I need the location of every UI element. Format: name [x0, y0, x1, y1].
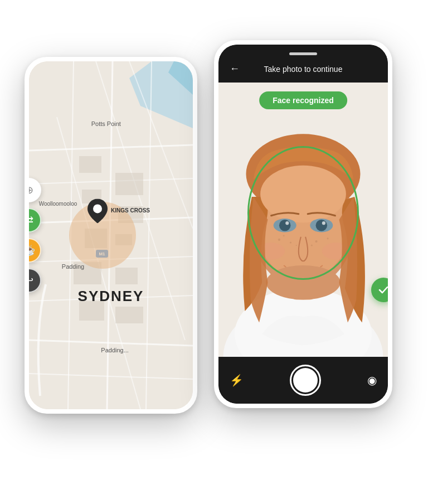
svg-rect-21	[115, 268, 138, 284]
camera-controls: ⚡ ◉	[218, 357, 388, 404]
location-pin	[87, 198, 108, 223]
compass-icon: ⊕	[25, 184, 33, 196]
svg-rect-23	[115, 307, 143, 323]
map-label-darlinghurst: Padding	[62, 263, 84, 270]
camera-header: ← Take photo to continue	[218, 55, 388, 83]
city-label-sydney: SYDNEY	[78, 288, 144, 305]
svg-point-26	[93, 204, 102, 213]
phone-camera: ← Take photo to continue	[214, 40, 392, 408]
map-label-kings-cross: KINGS CROSS	[111, 207, 150, 214]
svg-rect-14	[79, 156, 101, 173]
map-label-potts-point: Potts Point	[91, 120, 121, 127]
coffee-button[interactable]: ☕	[25, 238, 41, 263]
camera-title: Take photo to continue	[264, 65, 343, 74]
swap-button[interactable]: ⇄	[25, 208, 41, 232]
face-recognized-badge: Face recognized	[259, 91, 347, 109]
scene: M1 Potts Point Woolloomooloo KINGS CROSS…	[25, 23, 403, 481]
swap-icon: ⇄	[25, 214, 33, 226]
shutter-inner	[293, 368, 318, 392]
camera-viewfinder: Face recognized	[218, 83, 388, 357]
compass-button[interactable]: ⊕	[25, 178, 41, 202]
coffee-icon: ☕	[25, 244, 35, 256]
face-recognition-oval	[247, 146, 359, 280]
flip-camera-icon[interactable]: ◉	[367, 374, 377, 387]
sidebar-buttons: ⊕ ⇄ ☕ ↩	[25, 178, 41, 293]
svg-rect-15	[115, 173, 143, 195]
shutter-button[interactable]	[290, 365, 321, 396]
map-label-woolloomooloo: Woolloomooloo	[39, 201, 77, 207]
phone-map: M1 Potts Point Woolloomooloo KINGS CROSS…	[25, 57, 197, 414]
map-label-padding: Padding...	[101, 347, 129, 353]
flash-icon[interactable]: ⚡	[230, 374, 244, 387]
back-icon: ↩	[25, 274, 33, 287]
camera-back-button[interactable]: ←	[230, 63, 240, 75]
back-button[interactable]: ↩	[25, 268, 41, 293]
